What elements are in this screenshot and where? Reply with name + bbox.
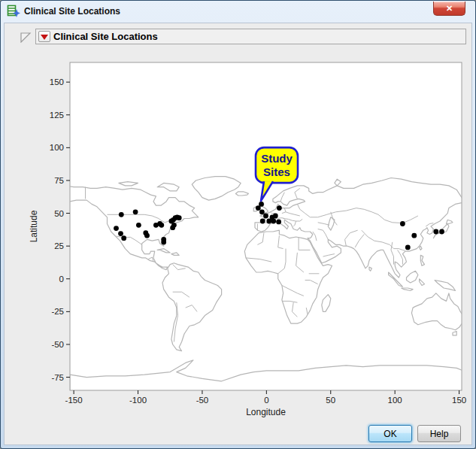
svg-text:50: 50 (326, 396, 335, 405)
svg-text:-100: -100 (129, 396, 147, 405)
jmp-report-icon (7, 5, 20, 18)
svg-text:125: 125 (50, 111, 64, 120)
client-area: Clinical Site Locations StudySites-150-1… (4, 23, 472, 445)
panel-title: Clinical Site Locations (53, 31, 158, 42)
titlebar[interactable]: Clinical Site Locations ✕ (1, 1, 475, 23)
svg-text:-25: -25 (51, 307, 64, 316)
svg-text:Sites: Sites (263, 165, 290, 178)
svg-text:75: 75 (54, 176, 64, 185)
x-axis-title: Longitude (246, 407, 286, 417)
svg-text:50: 50 (54, 209, 64, 218)
red-triangle-menu-button[interactable] (38, 31, 50, 42)
svg-text:0: 0 (264, 396, 268, 405)
y-axis-title: Latitude (29, 210, 39, 242)
window-title: Clinical Site Locations (24, 6, 120, 17)
svg-text:-150: -150 (65, 396, 83, 405)
svg-text:100: 100 (50, 143, 64, 152)
ok-button[interactable]: OK (368, 425, 412, 442)
plot-area (70, 62, 462, 390)
help-button[interactable]: Help (417, 425, 461, 442)
window: Clinical Site Locations ✕ Clinical Site … (0, 0, 476, 449)
svg-text:-50: -50 (196, 396, 209, 405)
svg-text:25: 25 (54, 241, 64, 250)
map-plot-svg[interactable]: StudySites-150-100-500501001501501251007… (24, 54, 469, 424)
panel-header: Clinical Site Locations (35, 29, 466, 44)
close-button[interactable]: ✕ (433, 2, 465, 16)
svg-text:-75: -75 (51, 373, 64, 382)
disclosure-triangle-icon[interactable] (20, 31, 32, 43)
svg-text:0: 0 (59, 275, 64, 284)
svg-text:150: 150 (50, 77, 64, 86)
svg-text:Study: Study (261, 152, 293, 165)
svg-text:150: 150 (452, 396, 466, 405)
svg-text:100: 100 (388, 396, 402, 405)
svg-text:-50: -50 (51, 340, 64, 349)
